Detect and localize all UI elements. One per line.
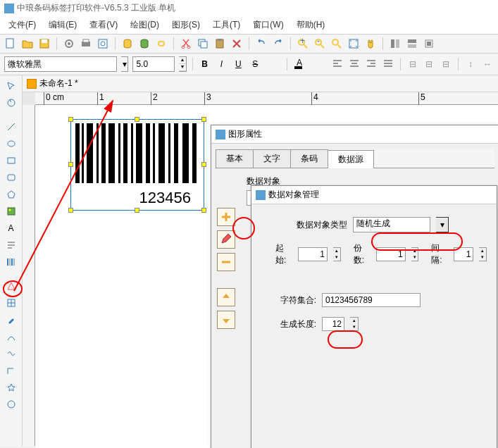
handle-se[interactable]: [201, 208, 206, 213]
handle-n[interactable]: [135, 117, 139, 122]
align3-icon[interactable]: [423, 37, 435, 50]
curve-tool-icon[interactable]: [4, 346, 19, 361]
ellipse-tool-icon[interactable]: [4, 136, 19, 151]
interval-spin[interactable]: ▴▾: [479, 247, 487, 261]
grid-tool-icon[interactable]: [4, 295, 19, 311]
align-left-icon[interactable]: [331, 56, 344, 72]
moveup-button[interactable]: [217, 288, 235, 306]
handle-s[interactable]: [135, 208, 139, 213]
menu-shape[interactable]: 图形(S): [166, 18, 206, 32]
richtext-tool-icon[interactable]: [4, 237, 19, 253]
pen-tool-icon[interactable]: [4, 312, 19, 328]
start-spin[interactable]: ▴▾: [333, 247, 341, 261]
font-name-select[interactable]: [4, 56, 117, 72]
edit-button[interactable]: [217, 230, 235, 249]
menu-edit[interactable]: 编辑(E): [43, 18, 82, 32]
bold-icon[interactable]: B: [199, 56, 211, 72]
delete-icon[interactable]: [230, 37, 243, 50]
polygon-tool-icon[interactable]: [4, 187, 19, 202]
font-dropdown-icon[interactable]: ▾: [121, 56, 128, 72]
menu-tools[interactable]: 工具(T): [207, 18, 246, 32]
undo-icon[interactable]: [255, 37, 268, 50]
handle-w[interactable]: [68, 162, 73, 167]
hand-icon[interactable]: [364, 37, 377, 50]
align-right-icon[interactable]: [365, 56, 378, 72]
underline-icon[interactable]: U: [232, 56, 244, 72]
menu-help[interactable]: 帮助(H): [291, 18, 331, 32]
settings-icon[interactable]: [63, 37, 75, 50]
db-icon[interactable]: [121, 37, 134, 50]
zoomin-icon[interactable]: +: [297, 37, 309, 50]
rotate-tool-icon[interactable]: [4, 95, 19, 111]
handle-sw[interactable]: [68, 208, 73, 213]
cut-icon[interactable]: [180, 37, 192, 50]
triangle-tool-icon[interactable]: [4, 278, 19, 294]
properties-titlebar[interactable]: 图形属性: [211, 125, 498, 144]
length-spin[interactable]: ▴▾: [350, 317, 359, 331]
tab-datasource[interactable]: 数据源: [328, 150, 374, 168]
handle-ne[interactable]: [201, 117, 206, 122]
handle-nw[interactable]: [68, 117, 73, 122]
align2-icon[interactable]: [406, 37, 418, 50]
roundrect-tool-icon[interactable]: [4, 170, 19, 185]
count-input[interactable]: [376, 247, 406, 261]
zoom-icon[interactable]: [330, 37, 343, 50]
paste-icon[interactable]: [213, 37, 226, 50]
preview-icon[interactable]: [97, 37, 109, 50]
italic-icon[interactable]: I: [216, 56, 228, 72]
tab-text[interactable]: 文字: [253, 149, 291, 168]
fit-icon[interactable]: [347, 37, 360, 50]
handle-e[interactable]: [201, 162, 206, 167]
copy-icon[interactable]: [197, 37, 209, 50]
link-icon[interactable]: [155, 37, 168, 50]
barcode-object[interactable]: 123456: [70, 119, 204, 211]
strike-icon[interactable]: S: [249, 56, 261, 72]
db2-icon[interactable]: [138, 37, 151, 50]
dropdown-icon[interactable]: ▾: [436, 217, 449, 232]
image-tool-icon[interactable]: [4, 204, 19, 219]
text-color-icon[interactable]: A: [293, 58, 302, 70]
valign1-icon[interactable]: ⊟: [406, 56, 419, 72]
redo-icon[interactable]: [272, 37, 285, 50]
font-size-spinner[interactable]: ▴▾: [179, 56, 186, 72]
font-size-input[interactable]: [132, 56, 175, 72]
document-tab[interactable]: 未命名-1 *: [23, 75, 498, 92]
menu-window[interactable]: 窗口(W): [247, 18, 289, 32]
add-button[interactable]: [217, 208, 235, 226]
menu-view[interactable]: 查看(V): [84, 18, 123, 32]
length-input[interactable]: [322, 317, 344, 331]
arc-tool-icon[interactable]: [4, 329, 19, 344]
print-icon[interactable]: [80, 37, 92, 50]
interval-input[interactable]: [454, 247, 473, 261]
save-icon[interactable]: [38, 37, 51, 50]
movedown-button[interactable]: [217, 311, 235, 329]
zoomout-icon[interactable]: -: [313, 37, 326, 50]
align1-icon[interactable]: [389, 37, 401, 50]
star-tool-icon[interactable]: [4, 380, 19, 395]
align-center-icon[interactable]: [348, 56, 361, 72]
open-icon[interactable]: [21, 37, 34, 50]
type-select[interactable]: 随机生成: [353, 217, 430, 232]
valign3-icon[interactable]: ⊟: [440, 56, 452, 72]
valign2-icon[interactable]: ⊟: [423, 56, 435, 72]
line-tool-icon[interactable]: [4, 119, 19, 135]
new-icon[interactable]: [4, 37, 17, 50]
spacing1-icon[interactable]: ↕: [464, 56, 477, 72]
charset-input[interactable]: [322, 293, 421, 307]
align-justify-icon[interactable]: [382, 56, 394, 72]
menu-draw[interactable]: 绘图(D): [125, 18, 165, 32]
tab-basic[interactable]: 基本: [216, 149, 254, 168]
circle2-tool-icon[interactable]: [4, 397, 19, 412]
barcode-tool-icon[interactable]: [4, 254, 19, 270]
menu-file[interactable]: 文件(F): [3, 18, 42, 32]
corner-tool-icon[interactable]: [4, 363, 19, 378]
tab-barcode[interactable]: 条码: [290, 149, 328, 168]
pointer-tool-icon[interactable]: [4, 78, 19, 94]
data-manager-titlebar[interactable]: 数据对象管理: [251, 186, 497, 204]
remove-button[interactable]: [217, 253, 235, 271]
spacing2-icon[interactable]: ↔: [481, 56, 494, 72]
text-tool-icon[interactable]: A: [4, 220, 19, 236]
start-input[interactable]: [298, 247, 328, 261]
count-spin[interactable]: ▴▾: [411, 247, 419, 261]
rect-tool-icon[interactable]: [4, 153, 19, 168]
